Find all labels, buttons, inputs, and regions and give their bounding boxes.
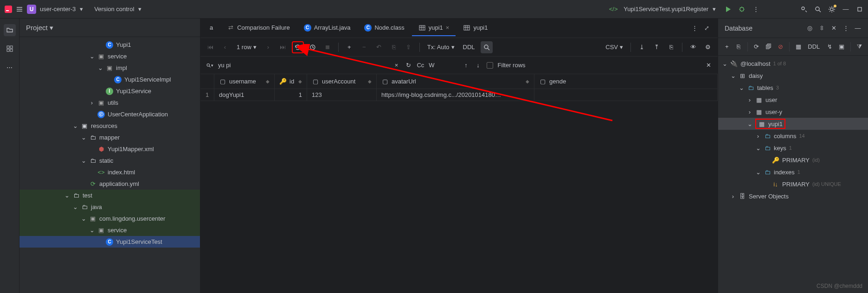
row-count-selector[interactable]: 1 row ▾ [234,44,259,51]
reload-button[interactable] [292,41,304,53]
run-icon[interactable] [724,6,732,13]
project-view-selector[interactable]: Project ▾ [26,24,53,32]
duplicate-button[interactable]: ⎘ [734,41,744,53]
copy-button[interactable]: ⎘ [665,41,677,53]
filter-rows-checkbox[interactable] [487,62,493,69]
tree-item[interactable]: ›▣utils [19,97,200,108]
sort-icon[interactable]: ◆ [368,79,372,84]
tree-item[interactable]: CYupi1ServiceImpl [19,74,200,85]
more-vertical-icon[interactable]: ⋮ [842,25,849,32]
tree-item[interactable]: IYupi1Service [19,85,200,97]
restore-icon[interactable] [856,6,863,13]
db-tree-item[interactable]: ⌄🗀keys 1 [718,142,868,154]
tree-item[interactable]: ⌄▣com.lingdong.usercenter [19,213,200,224]
column-header[interactable]: ▢username◆ [214,74,275,89]
search-toggle-button[interactable] [481,41,493,53]
hamburger-icon[interactable] [16,6,23,13]
cell[interactable]: 123 [307,89,377,101]
settings-icon[interactable] [828,6,836,13]
tab[interactable]: a [203,20,219,36]
tree-item[interactable]: ⓒUserCenterApplication [19,108,200,120]
sort-icon[interactable]: ◆ [266,79,270,84]
tree-item[interactable]: ⌄▣resources [19,120,200,132]
db-tree-item[interactable]: ⌄🗀indexes 1 [718,166,868,178]
run-config-selector[interactable]: Yupi1ServiceTest.yupi1Register▾ [624,6,718,13]
history-button[interactable] [307,41,319,53]
tree-item-selected[interactable]: CYupi1ServiceTest [19,236,200,248]
submit-button[interactable]: ⇧ [403,41,415,53]
first-page-button[interactable]: ⏮ [204,41,216,53]
more-tools-button[interactable]: ⋯ [4,61,16,73]
row-number-header[interactable] [200,74,214,89]
new-button[interactable]: + [722,41,732,53]
add-row-button[interactable]: + [343,41,355,53]
db-tree-item[interactable]: ⌄🔌@localhost 1 of 8 [718,57,868,70]
cell[interactable]: 1 [275,89,307,101]
db-tree-item[interactable]: ›▦user [718,94,868,106]
filter-button[interactable]: ⧩ [854,41,864,53]
table-view-button[interactable]: ▦ [793,41,804,53]
last-page-button[interactable]: ⏭ [277,41,289,53]
code-with-me-icon[interactable] [800,6,808,13]
tree-item[interactable]: ⌄▣impl [19,62,200,74]
debug-icon[interactable] [738,6,746,13]
export-format-selector[interactable]: CSV ▾ [603,44,626,51]
whole-word-toggle[interactable]: W [429,62,434,69]
db-tree-item[interactable]: i↓PRIMARY (id) UNIQUE [718,178,868,190]
search-input[interactable] [218,62,388,69]
clear-icon[interactable]: × [392,62,400,69]
revert-button[interactable]: ↶ [373,41,385,53]
more-vertical-icon[interactable]: ⋮ [691,25,698,32]
vcs-selector[interactable]: Version control▾ [94,6,143,13]
clone-row-button[interactable]: ⎘ [388,41,400,53]
regex-icon[interactable]: ↻ [405,62,412,69]
db-tree-item[interactable]: ›🗄Server Objects [718,190,868,202]
tree-item[interactable]: ⌄▣service [19,224,200,236]
column-header[interactable]: ▢userAccount◆ [307,74,377,89]
target-icon[interactable]: ◎ [806,25,813,32]
db-tree-item[interactable]: ›▦user-y [718,106,868,118]
column-header[interactable]: ▢gende [534,74,718,89]
close-search-icon[interactable]: ✕ [705,62,712,69]
tree-item[interactable]: ⌄🗀mapper [19,132,200,143]
view-button[interactable]: 👁 [687,41,699,53]
tree-item[interactable]: CYupi1 [19,39,200,51]
hide-icon[interactable]: — [854,25,862,32]
tx-mode-selector[interactable]: Tx: Auto ▾ [424,44,457,51]
tree-item[interactable]: ⌄🗀static [19,155,200,166]
stop-button[interactable]: 🗐 [764,41,774,53]
jump-button[interactable]: ↯ [824,41,835,53]
cell[interactable]: https://img-blog.csdnimg.c.../2020101418… [377,89,534,101]
tree-item[interactable]: ⌄🗀java [19,201,200,213]
sort-icon[interactable]: ◆ [298,79,302,84]
close-panel-icon[interactable]: ✕ [830,25,837,32]
tree-item[interactable]: <>index.html [19,166,200,178]
column-header[interactable]: 🔑id◆ [275,74,307,89]
import-button[interactable]: ⤒ [650,41,662,53]
tab[interactable]: CNode.class [358,20,411,36]
cell[interactable] [534,89,718,101]
settings-button[interactable]: ⚙ [702,41,714,53]
project-selector[interactable]: user-center-3▾ [40,6,85,13]
prev-match-icon[interactable]: ↑ [463,62,470,69]
column-header[interactable]: ▢avatarUrl◆ [377,74,534,89]
more-vertical-icon[interactable]: ⋮ [752,6,759,13]
collapse-icon[interactable]: ⇳ [818,25,825,32]
data-grid[interactable]: ▢username◆ 🔑id◆ ▢userAccount◆ ▢avatarUrl… [200,74,718,293]
refresh-button[interactable]: ⟳ [752,41,762,53]
search-everywhere-icon[interactable] [814,6,822,13]
db-tree-item[interactable]: ⌄⊞daisy [718,70,868,82]
db-tree-item[interactable]: ⌄🗀tables 3 [718,82,868,94]
close-icon[interactable]: × [446,24,450,31]
tree-item[interactable]: ⌄🗀test [19,190,200,201]
stop-button[interactable] [321,41,334,53]
remove-row-button[interactable]: − [358,41,370,53]
project-tool-button[interactable] [4,24,16,36]
build-icon[interactable]: </> [610,6,617,13]
match-case-toggle[interactable]: Cc [417,62,424,69]
database-tree[interactable]: ⌄🔌@localhost 1 of 8 ⌄⊞daisy ⌄🗀tables 3 ›… [718,56,868,293]
tab[interactable]: CArrayList.java [297,20,357,36]
tab[interactable]: yupi1 [457,20,494,36]
minimize-icon[interactable]: — [842,6,849,13]
tab[interactable]: ⇄Comparison Failure [220,20,296,36]
